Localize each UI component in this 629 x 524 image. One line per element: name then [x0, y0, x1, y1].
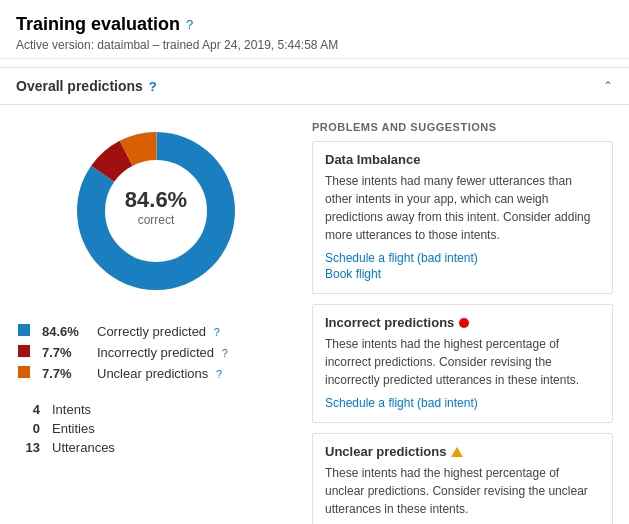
right-panel: PROBLEMS AND SUGGESTIONS Data Imbalance …: [312, 121, 613, 524]
legend-label: Unclear predictions: [97, 366, 208, 381]
page-title: Training evaluation: [16, 14, 180, 35]
section-help-icon[interactable]: ?: [149, 79, 157, 94]
warning-icon: [451, 447, 463, 457]
stats-label: Intents: [46, 400, 296, 419]
legend-color: [18, 366, 30, 378]
problem-link[interactable]: Book flight: [325, 267, 600, 281]
problem-cards-container: Data Imbalance These intents had many fe…: [312, 141, 613, 524]
main-content: 84.6% correct 84.6% Correctly predicted …: [0, 105, 629, 524]
left-panel: 84.6% correct 84.6% Correctly predicted …: [16, 121, 296, 524]
problem-card-desc: These intents had the highest percentage…: [325, 464, 600, 518]
page-subtitle: Active version: dataimbal – trained Apr …: [16, 38, 613, 52]
stats-label: Entities: [46, 419, 296, 438]
problems-header: PROBLEMS AND SUGGESTIONS: [312, 121, 613, 133]
legend-table: 84.6% Correctly predicted ? 7.7% Incorre…: [16, 321, 296, 384]
legend-row: 7.7% Unclear predictions ?: [16, 363, 296, 384]
chart-center-label: correct: [138, 213, 175, 227]
page-header: Training evaluation ? Active version: da…: [0, 0, 629, 59]
problem-title-text: Data Imbalance: [325, 152, 420, 167]
section-header: Overall predictions ? ⌃: [0, 67, 629, 105]
stats-row: 0 Entities: [16, 419, 296, 438]
legend-pct: 7.7%: [42, 366, 72, 381]
problem-title-text: Incorrect predictions: [325, 315, 454, 330]
problem-card-title: Data Imbalance: [325, 152, 600, 167]
legend-color: [18, 345, 30, 357]
problem-link[interactable]: Schedule a flight (bad intent): [325, 396, 600, 410]
problem-card: Incorrect predictions These intents had …: [312, 304, 613, 423]
chart-container: 84.6% correct: [16, 121, 296, 301]
legend-color: [18, 324, 30, 336]
problem-title-text: Unclear predictions: [325, 444, 446, 459]
legend-label: Correctly predicted: [97, 324, 206, 339]
problem-card: Unclear predictions These intents had th…: [312, 433, 613, 524]
problem-card-desc: These intents had many fewer utterances …: [325, 172, 600, 244]
problem-card-title: Incorrect predictions: [325, 315, 600, 330]
page-container: Training evaluation ? Active version: da…: [0, 0, 629, 524]
stats-label: Utterances: [46, 438, 296, 457]
legend-label: Incorrectly predicted: [97, 345, 214, 360]
stats-table: 4 Intents 0 Entities 13 Utterances: [16, 400, 296, 457]
stats-value: 4: [16, 400, 46, 419]
problem-link[interactable]: Schedule a flight (bad intent): [325, 251, 600, 265]
donut-chart: 84.6% correct: [66, 121, 246, 301]
legend-help-icon[interactable]: ?: [216, 368, 222, 380]
stats-row: 13 Utterances: [16, 438, 296, 457]
legend-help-icon[interactable]: ?: [214, 326, 220, 338]
page-help-icon[interactable]: ?: [186, 17, 193, 32]
legend-pct: 7.7%: [42, 345, 72, 360]
collapse-icon[interactable]: ⌃: [603, 79, 613, 93]
legend-row: 7.7% Incorrectly predicted ?: [16, 342, 296, 363]
problem-card-title: Unclear predictions: [325, 444, 600, 459]
chart-center-pct: 84.6%: [125, 187, 187, 212]
legend-pct: 84.6%: [42, 324, 79, 339]
error-icon: [459, 318, 469, 328]
section-title-text: Overall predictions: [16, 78, 143, 94]
legend-row: 84.6% Correctly predicted ?: [16, 321, 296, 342]
stats-value: 0: [16, 419, 46, 438]
stats-value: 13: [16, 438, 46, 457]
problem-card-desc: These intents had the highest percentage…: [325, 335, 600, 389]
problem-card: Data Imbalance These intents had many fe…: [312, 141, 613, 294]
stats-row: 4 Intents: [16, 400, 296, 419]
legend-help-icon[interactable]: ?: [222, 347, 228, 359]
